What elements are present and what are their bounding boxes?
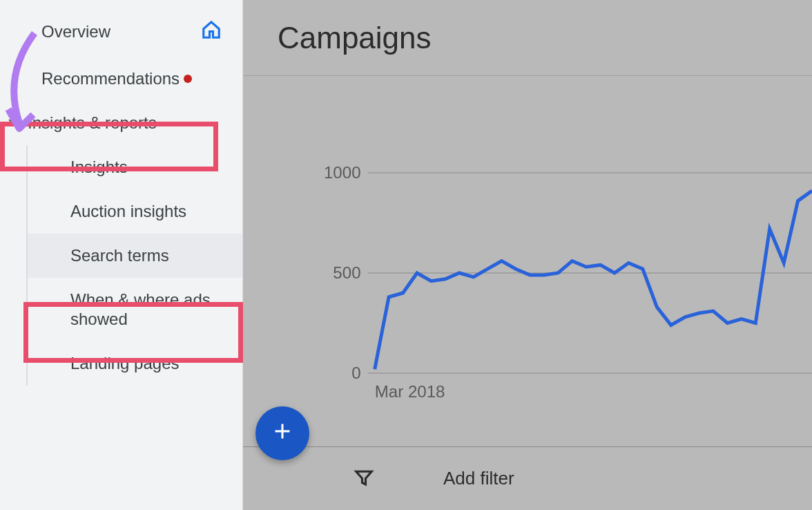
header-bar: Campaigns bbox=[243, 0, 812, 76]
page-title: Campaigns bbox=[278, 21, 432, 55]
filter-bar[interactable]: Add filter bbox=[243, 446, 812, 510]
plus-icon bbox=[270, 419, 295, 448]
sidebar-item-landing-pages[interactable]: Landing pages bbox=[26, 341, 242, 386]
sidebar-item-search-terms[interactable]: Search terms bbox=[26, 234, 242, 278]
sidebar-label-insights: Insights bbox=[70, 158, 128, 177]
sidebar-label-auction-insights: Auction insights bbox=[70, 202, 186, 221]
filter-icon bbox=[354, 467, 374, 491]
sidebar-label-when-where: When & where ads showed bbox=[70, 290, 229, 329]
notification-dot-icon bbox=[184, 75, 192, 83]
y-tick-1000: 1000 bbox=[324, 163, 361, 182]
sidebar-label-search-terms: Search terms bbox=[70, 246, 169, 265]
home-icon bbox=[201, 19, 222, 44]
line-chart: 1000 500 0 Mar 2018 bbox=[284, 138, 812, 442]
main-content: Campaigns 1000 500 0 Mar 2018 bbox=[243, 0, 812, 510]
sidebar-item-when-where[interactable]: When & where ads showed bbox=[26, 278, 242, 341]
sidebar-nav: Overview Recommendations Insights & repo… bbox=[0, 0, 243, 510]
y-tick-0: 0 bbox=[351, 363, 360, 382]
sidebar-label-overview: Overview bbox=[41, 22, 110, 41]
y-tick-500: 500 bbox=[333, 263, 360, 282]
chart-area: 1000 500 0 Mar 2018 bbox=[243, 76, 812, 442]
sidebar-item-insights[interactable]: Insights bbox=[26, 145, 242, 189]
caret-down-icon bbox=[8, 120, 19, 126]
sidebar-label-landing-pages: Landing pages bbox=[70, 354, 179, 373]
add-filter-label: Add filter bbox=[443, 468, 514, 489]
sidebar-item-recommendations[interactable]: Recommendations bbox=[0, 57, 242, 101]
sidebar-label-insights-reports: Insights & reports bbox=[28, 113, 157, 133]
sidebar-item-auction-insights[interactable]: Auction insights bbox=[26, 189, 242, 234]
x-tick-start: Mar 2018 bbox=[375, 382, 445, 401]
sidebar-label-recommendations: Recommendations bbox=[41, 69, 180, 88]
sidebar-item-insights-reports[interactable]: Insights & reports bbox=[0, 101, 242, 145]
chart-line-path bbox=[375, 191, 812, 369]
sidebar-item-overview[interactable]: Overview bbox=[0, 7, 242, 57]
add-button[interactable] bbox=[255, 406, 309, 460]
